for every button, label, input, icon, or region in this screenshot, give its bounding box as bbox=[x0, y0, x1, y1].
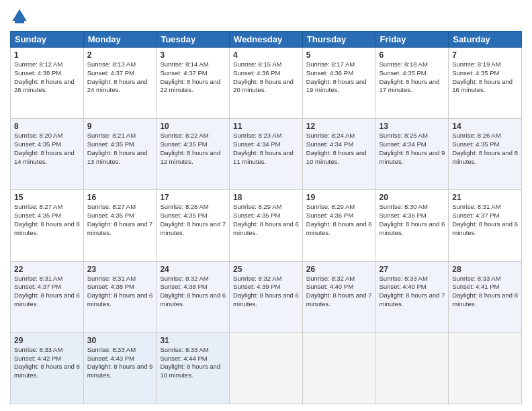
calendar-cell: 11Sunrise: 8:23 AMSunset: 4:34 PMDayligh… bbox=[230, 119, 303, 190]
day-header: Saturday bbox=[449, 32, 522, 48]
calendar-cell: 14Sunrise: 8:26 AMSunset: 4:35 PMDayligh… bbox=[449, 119, 522, 190]
day-number: 17 bbox=[160, 193, 226, 202]
calendar-cell: 6Sunrise: 8:18 AMSunset: 4:35 PMDaylight… bbox=[375, 48, 449, 119]
day-number: 26 bbox=[306, 265, 372, 274]
calendar-cell bbox=[302, 332, 375, 404]
cell-text: Sunrise: 8:33 AMSunset: 4:40 PMDaylight:… bbox=[380, 275, 445, 308]
logo bbox=[10, 7, 32, 26]
day-header-row: SundayMondayTuesdayWednesdayThursdayFrid… bbox=[11, 32, 522, 48]
calendar-cell: 28Sunrise: 8:33 AMSunset: 4:41 PMDayligh… bbox=[449, 261, 522, 332]
day-number: 1 bbox=[14, 50, 80, 60]
cell-text: Sunrise: 8:21 AMSunset: 4:35 PMDaylight:… bbox=[87, 132, 148, 165]
calendar-cell bbox=[375, 332, 449, 404]
calendar-cell: 1Sunrise: 8:12 AMSunset: 4:38 PMDaylight… bbox=[11, 48, 84, 119]
cell-text: Sunrise: 8:15 AMSunset: 4:36 PMDaylight:… bbox=[233, 60, 294, 93]
page: SundayMondayTuesdayWednesdayThursdayFrid… bbox=[0, 0, 532, 411]
day-number: 21 bbox=[452, 193, 518, 202]
cell-text: Sunrise: 8:25 AMSunset: 4:34 PMDaylight:… bbox=[380, 132, 445, 165]
day-number: 5 bbox=[306, 50, 372, 60]
day-header: Monday bbox=[83, 32, 157, 48]
calendar-cell: 18Sunrise: 8:29 AMSunset: 4:35 PMDayligh… bbox=[230, 190, 303, 261]
calendar-cell: 13Sunrise: 8:25 AMSunset: 4:34 PMDayligh… bbox=[375, 119, 449, 190]
cell-text: Sunrise: 8:28 AMSunset: 4:35 PMDaylight:… bbox=[160, 203, 226, 236]
day-number: 30 bbox=[87, 336, 153, 345]
calendar-week-row: 15Sunrise: 8:27 AMSunset: 4:35 PMDayligh… bbox=[11, 190, 522, 261]
calendar-week-row: 29Sunrise: 8:33 AMSunset: 4:42 PMDayligh… bbox=[11, 332, 522, 404]
day-number: 18 bbox=[233, 193, 299, 202]
day-number: 19 bbox=[306, 193, 372, 202]
day-number: 23 bbox=[87, 265, 153, 274]
cell-text: Sunrise: 8:27 AMSunset: 4:35 PMDaylight:… bbox=[14, 203, 80, 236]
calendar-cell bbox=[449, 332, 522, 404]
calendar-week-row: 8Sunrise: 8:20 AMSunset: 4:35 PMDaylight… bbox=[11, 119, 522, 190]
day-number: 10 bbox=[160, 122, 226, 131]
cell-text: Sunrise: 8:23 AMSunset: 4:34 PMDaylight:… bbox=[233, 132, 294, 165]
day-number: 16 bbox=[87, 193, 153, 202]
calendar-cell: 25Sunrise: 8:32 AMSunset: 4:39 PMDayligh… bbox=[230, 261, 303, 332]
calendar-cell: 19Sunrise: 8:29 AMSunset: 4:36 PMDayligh… bbox=[302, 190, 375, 261]
day-header: Wednesday bbox=[230, 32, 303, 48]
day-header: Sunday bbox=[11, 32, 84, 48]
cell-text: Sunrise: 8:26 AMSunset: 4:35 PMDaylight:… bbox=[452, 132, 518, 165]
calendar-cell: 15Sunrise: 8:27 AMSunset: 4:35 PMDayligh… bbox=[11, 190, 84, 261]
day-number: 14 bbox=[452, 122, 518, 131]
cell-text: Sunrise: 8:33 AMSunset: 4:42 PMDaylight:… bbox=[14, 346, 80, 379]
cell-text: Sunrise: 8:31 AMSunset: 4:37 PMDaylight:… bbox=[452, 203, 518, 236]
day-number: 7 bbox=[452, 50, 518, 60]
cell-text: Sunrise: 8:27 AMSunset: 4:35 PMDaylight:… bbox=[87, 203, 153, 236]
day-number: 27 bbox=[380, 265, 445, 274]
calendar-cell: 16Sunrise: 8:27 AMSunset: 4:35 PMDayligh… bbox=[83, 190, 157, 261]
calendar-cell: 7Sunrise: 8:19 AMSunset: 4:35 PMDaylight… bbox=[449, 48, 522, 119]
day-header: Tuesday bbox=[157, 32, 230, 48]
cell-text: Sunrise: 8:30 AMSunset: 4:36 PMDaylight:… bbox=[380, 203, 445, 236]
day-number: 20 bbox=[380, 193, 445, 202]
day-number: 25 bbox=[233, 265, 299, 274]
day-number: 22 bbox=[14, 265, 80, 274]
calendar-cell: 8Sunrise: 8:20 AMSunset: 4:35 PMDaylight… bbox=[11, 119, 84, 190]
day-header: Friday bbox=[375, 32, 449, 48]
calendar-cell: 20Sunrise: 8:30 AMSunset: 4:36 PMDayligh… bbox=[375, 190, 449, 261]
day-number: 9 bbox=[87, 122, 153, 131]
calendar-cell: 27Sunrise: 8:33 AMSunset: 4:40 PMDayligh… bbox=[375, 261, 449, 332]
cell-text: Sunrise: 8:22 AMSunset: 4:35 PMDaylight:… bbox=[160, 132, 220, 165]
cell-text: Sunrise: 8:24 AMSunset: 4:34 PMDaylight:… bbox=[306, 132, 367, 165]
cell-text: Sunrise: 8:32 AMSunset: 4:40 PMDaylight:… bbox=[306, 275, 372, 308]
calendar-cell: 3Sunrise: 8:14 AMSunset: 4:37 PMDaylight… bbox=[157, 48, 230, 119]
svg-rect-1 bbox=[15, 21, 24, 24]
calendar-cell: 10Sunrise: 8:22 AMSunset: 4:35 PMDayligh… bbox=[157, 119, 230, 190]
cell-text: Sunrise: 8:14 AMSunset: 4:37 PMDaylight:… bbox=[160, 60, 220, 93]
day-number: 12 bbox=[306, 122, 372, 131]
calendar-cell: 30Sunrise: 8:33 AMSunset: 4:43 PMDayligh… bbox=[83, 332, 157, 404]
cell-text: Sunrise: 8:17 AMSunset: 4:36 PMDaylight:… bbox=[306, 60, 367, 93]
header bbox=[10, 7, 522, 26]
day-number: 2 bbox=[87, 50, 153, 60]
calendar-cell: 17Sunrise: 8:28 AMSunset: 4:35 PMDayligh… bbox=[157, 190, 230, 261]
calendar-cell: 5Sunrise: 8:17 AMSunset: 4:36 PMDaylight… bbox=[302, 48, 375, 119]
calendar-cell: 2Sunrise: 8:13 AMSunset: 4:37 PMDaylight… bbox=[83, 48, 157, 119]
calendar-cell: 23Sunrise: 8:31 AMSunset: 4:38 PMDayligh… bbox=[83, 261, 157, 332]
cell-text: Sunrise: 8:32 AMSunset: 4:38 PMDaylight:… bbox=[160, 275, 226, 308]
calendar-body: 1Sunrise: 8:12 AMSunset: 4:38 PMDaylight… bbox=[11, 48, 522, 404]
day-number: 31 bbox=[160, 336, 226, 345]
cell-text: Sunrise: 8:31 AMSunset: 4:37 PMDaylight:… bbox=[14, 275, 80, 308]
cell-text: Sunrise: 8:20 AMSunset: 4:35 PMDaylight:… bbox=[14, 132, 75, 165]
calendar-cell: 29Sunrise: 8:33 AMSunset: 4:42 PMDayligh… bbox=[11, 332, 84, 404]
cell-text: Sunrise: 8:33 AMSunset: 4:41 PMDaylight:… bbox=[452, 275, 518, 308]
logo-icon bbox=[10, 7, 29, 26]
calendar-cell: 24Sunrise: 8:32 AMSunset: 4:38 PMDayligh… bbox=[157, 261, 230, 332]
calendar-cell: 22Sunrise: 8:31 AMSunset: 4:37 PMDayligh… bbox=[11, 261, 84, 332]
cell-text: Sunrise: 8:18 AMSunset: 4:35 PMDaylight:… bbox=[380, 60, 440, 93]
day-number: 29 bbox=[14, 336, 80, 345]
cell-text: Sunrise: 8:31 AMSunset: 4:38 PMDaylight:… bbox=[87, 275, 153, 308]
day-number: 24 bbox=[160, 265, 226, 274]
calendar-cell: 12Sunrise: 8:24 AMSunset: 4:34 PMDayligh… bbox=[302, 119, 375, 190]
day-header: Thursday bbox=[302, 32, 375, 48]
cell-text: Sunrise: 8:33 AMSunset: 4:44 PMDaylight:… bbox=[160, 346, 220, 379]
cell-text: Sunrise: 8:12 AMSunset: 4:38 PMDaylight:… bbox=[14, 60, 75, 93]
day-number: 6 bbox=[380, 50, 445, 60]
svg-marker-0 bbox=[13, 9, 27, 21]
day-number: 13 bbox=[380, 122, 445, 131]
cell-text: Sunrise: 8:29 AMSunset: 4:35 PMDaylight:… bbox=[233, 203, 299, 236]
cell-text: Sunrise: 8:33 AMSunset: 4:43 PMDaylight:… bbox=[87, 346, 153, 379]
calendar-cell: 21Sunrise: 8:31 AMSunset: 4:37 PMDayligh… bbox=[449, 190, 522, 261]
